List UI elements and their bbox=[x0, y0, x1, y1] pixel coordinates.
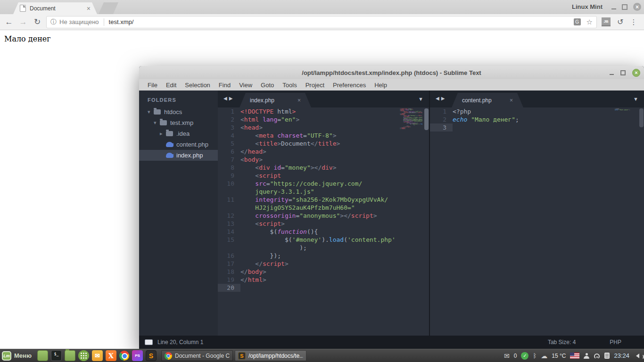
code-row[interactable]: 11 integrity="sha256-2Kok7MbOyxpgUVvAk/ bbox=[218, 196, 429, 204]
code-row[interactable]: 15 $('#money').load('content.php' bbox=[218, 236, 429, 244]
code-row[interactable]: ); bbox=[218, 244, 429, 252]
close-button[interactable]: × bbox=[633, 3, 641, 11]
code-line[interactable]: <script> bbox=[240, 220, 285, 228]
tree-expanded-triangle-icon[interactable]: ▾ bbox=[154, 120, 160, 126]
menu-item[interactable]: Selection bbox=[181, 81, 214, 90]
scrollbar-thumb[interactable] bbox=[424, 108, 429, 130]
code-row[interactable]: 13 <script> bbox=[218, 220, 429, 228]
browser-menu-icon[interactable]: ⋮ bbox=[630, 18, 637, 26]
code-row[interactable]: 12 crossorigin="anonymous"></script> bbox=[218, 212, 429, 220]
code-row[interactable]: 6</head> bbox=[218, 148, 429, 156]
code-line[interactable]: }); bbox=[240, 252, 281, 260]
code-row[interactable]: 7<body> bbox=[218, 156, 429, 164]
code-editor-right[interactable]: 1<?php2echo "Мало денег";3 bbox=[430, 107, 644, 132]
menu-item[interactable]: Goto bbox=[257, 81, 278, 90]
code-line[interactable]: <script bbox=[240, 172, 281, 180]
code-row[interactable]: 9 <script bbox=[218, 172, 429, 180]
code-line[interactable]: integrity="sha256-2Kok7MbOyxpgUVvAk/ bbox=[240, 196, 388, 204]
minimize-button[interactable] bbox=[611, 8, 616, 9]
code-line[interactable]: </html> bbox=[240, 276, 266, 284]
code-row[interactable]: 10 src="https://code.jquery.com/ bbox=[218, 180, 429, 188]
code-row[interactable]: 17 </script> bbox=[218, 260, 429, 268]
menu-item[interactable]: Tools bbox=[279, 81, 300, 90]
minimap[interactable]: <?phpecho "Мало денег"; bbox=[615, 108, 637, 118]
tree-collapsed-triangle-icon[interactable]: ▸ bbox=[160, 131, 166, 137]
sidebar-item-content.php[interactable]: content.php bbox=[139, 139, 218, 150]
session-extension-icon[interactable]: ↺ bbox=[617, 17, 623, 26]
tab-close-icon[interactable]: × bbox=[510, 97, 513, 104]
code-line[interactable]: </head> bbox=[240, 148, 266, 156]
tab-content-php[interactable]: content.php × bbox=[452, 93, 523, 107]
code-line[interactable]: <head> bbox=[240, 123, 263, 132]
tab-overflow-icon[interactable]: ▼ bbox=[418, 96, 423, 102]
code-row[interactable]: 4 <meta charset="UTF-8"> bbox=[218, 132, 429, 140]
code-row[interactable]: 3<head> bbox=[218, 123, 429, 132]
keyboard-layout-flag-icon[interactable] bbox=[570, 353, 579, 359]
code-row[interactable]: jquery-3.3.1.js" bbox=[218, 188, 429, 196]
bluetooth-icon[interactable]: ᛒ bbox=[533, 352, 537, 359]
restore-button[interactable] bbox=[620, 70, 626, 75]
chrome-icon[interactable] bbox=[119, 351, 129, 361]
back-icon[interactable]: ← bbox=[2, 17, 16, 27]
sublime-titlebar[interactable]: /opt/lampp/htdocs/test.xmp/index.php (ht… bbox=[139, 66, 644, 79]
weather-icon[interactable]: ☁ bbox=[541, 352, 547, 360]
minimap[interactable]: <!DOCTYPE html><html lang="en"><head> <m… bbox=[400, 108, 422, 137]
tab-index-php[interactable]: index.php × bbox=[239, 93, 311, 107]
close-button[interactable]: × bbox=[632, 69, 640, 77]
vintage-mode-icon[interactable] bbox=[145, 339, 153, 345]
scrollbar-thumb[interactable] bbox=[639, 108, 644, 127]
browser-tab[interactable]: Document × bbox=[13, 2, 97, 14]
code-row[interactable]: 2echo "Мало денег"; bbox=[430, 115, 644, 123]
code-row[interactable]: 1<?php bbox=[430, 107, 644, 115]
code-line[interactable]: HJ2jigOSYS2auK4Pfzbm7uH60=" bbox=[240, 204, 355, 212]
taskbar-window-chrome[interactable]: Document - Google C... bbox=[161, 350, 233, 361]
address-bar[interactable]: ⓘ Не защищено test.xmp/ G ☆ bbox=[46, 16, 597, 28]
volume-icon[interactable] bbox=[634, 354, 639, 358]
minimize-button[interactable] bbox=[610, 74, 614, 75]
sidebar-item-index.php[interactable]: index.php bbox=[139, 150, 218, 161]
bookmark-star-icon[interactable]: ☆ bbox=[586, 18, 593, 26]
menu-item[interactable]: File bbox=[144, 81, 161, 90]
tab-close-icon[interactable]: × bbox=[87, 5, 91, 12]
code-row[interactable]: 3 bbox=[430, 123, 644, 132]
restore-button[interactable] bbox=[622, 4, 627, 10]
code-line[interactable]: <title>Document</title> bbox=[240, 140, 340, 148]
info-icon[interactable]: ⓘ bbox=[50, 18, 57, 26]
code-line[interactable]: src="https://code.jquery.com/ bbox=[240, 180, 362, 188]
file-manager-icon[interactable] bbox=[65, 350, 75, 361]
code-line[interactable]: crossorigin="anonymous"></script> bbox=[240, 212, 377, 220]
update-shield-icon[interactable]: ✓ bbox=[521, 352, 528, 360]
code-line[interactable]: ); bbox=[240, 244, 307, 252]
tab-scroll-arrows-icon[interactable]: ◀▶ bbox=[223, 96, 234, 101]
code-line[interactable]: </script> bbox=[240, 260, 289, 268]
code-line[interactable]: </body> bbox=[240, 268, 266, 276]
sidebar-item-.idea[interactable]: ▸.idea bbox=[139, 128, 218, 139]
app-grid-icon[interactable] bbox=[78, 350, 89, 361]
tab-close-icon[interactable]: × bbox=[297, 97, 301, 104]
code-line[interactable]: $(function(){ bbox=[240, 228, 318, 236]
reload-icon[interactable]: ↻ bbox=[30, 17, 44, 27]
code-line[interactable]: <div id="money"></div> bbox=[240, 164, 337, 172]
code-line[interactable]: jquery-3.3.1.js" bbox=[240, 188, 314, 196]
code-editor-left[interactable]: 1<!DOCTYPE html>2<html lang="en">3<head>… bbox=[218, 107, 429, 292]
menu-item[interactable]: Project bbox=[302, 81, 328, 90]
mint-menu-button[interactable]: Lm Меню bbox=[0, 349, 35, 362]
mail-tray-icon[interactable]: ✉ bbox=[504, 352, 510, 360]
code-row[interactable]: 5 <title>Document</title> bbox=[218, 140, 429, 148]
code-line[interactable]: <!DOCTYPE html> bbox=[240, 107, 296, 115]
terminal-icon[interactable]: $_ bbox=[51, 350, 62, 361]
tab-overflow-icon[interactable]: ▼ bbox=[633, 96, 638, 102]
user-applet-icon[interactable] bbox=[584, 353, 589, 359]
clipboard-icon[interactable] bbox=[604, 353, 610, 359]
code-line[interactable]: echo "Мало денег"; bbox=[453, 115, 519, 123]
code-row[interactable]: 14 $(function(){ bbox=[218, 228, 429, 236]
code-line[interactable]: <body> bbox=[240, 156, 263, 164]
code-row[interactable]: 20 bbox=[218, 284, 429, 292]
code-line[interactable]: <html lang="en"> bbox=[240, 115, 299, 123]
sidebar-item-htdocs[interactable]: ▾htdocs bbox=[139, 107, 218, 117]
tab-scroll-arrows-icon[interactable]: ◀▶ bbox=[436, 96, 446, 101]
network-icon[interactable] bbox=[594, 354, 600, 358]
jb-extension-icon[interactable]: JB bbox=[602, 17, 611, 26]
sublime-icon[interactable]: S bbox=[146, 350, 157, 361]
code-row[interactable]: HJ2jigOSYS2auK4Pfzbm7uH60=" bbox=[218, 204, 429, 212]
